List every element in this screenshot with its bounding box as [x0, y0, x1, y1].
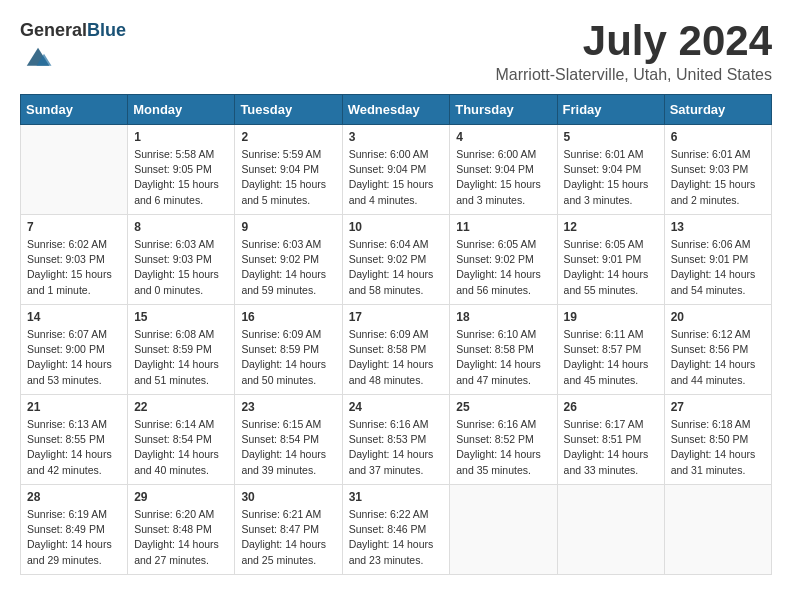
calendar-cell: 7Sunrise: 6:02 AMSunset: 9:03 PMDaylight…: [21, 215, 128, 305]
day-info: Sunrise: 5:59 AMSunset: 9:04 PMDaylight:…: [241, 147, 335, 208]
calendar-cell: 28Sunrise: 6:19 AMSunset: 8:49 PMDayligh…: [21, 485, 128, 575]
calendar-cell: 25Sunrise: 6:16 AMSunset: 8:52 PMDayligh…: [450, 395, 557, 485]
calendar-cell: 10Sunrise: 6:04 AMSunset: 9:02 PMDayligh…: [342, 215, 450, 305]
logo-general: General: [20, 20, 87, 40]
day-info: Sunrise: 6:00 AMSunset: 9:04 PMDaylight:…: [456, 147, 550, 208]
calendar-cell: 1Sunrise: 5:58 AMSunset: 9:05 PMDaylight…: [128, 125, 235, 215]
day-number: 9: [241, 220, 335, 234]
header-sunday: Sunday: [21, 95, 128, 125]
calendar-cell: 29Sunrise: 6:20 AMSunset: 8:48 PMDayligh…: [128, 485, 235, 575]
day-info: Sunrise: 6:09 AMSunset: 8:59 PMDaylight:…: [241, 327, 335, 388]
day-number: 26: [564, 400, 658, 414]
logo-blue: Blue: [87, 20, 126, 40]
title-section: July 2024 Marriott-Slaterville, Utah, Un…: [495, 20, 772, 84]
day-info: Sunrise: 6:09 AMSunset: 8:58 PMDaylight:…: [349, 327, 444, 388]
week-row-1: 7Sunrise: 6:02 AMSunset: 9:03 PMDaylight…: [21, 215, 772, 305]
calendar-cell: 30Sunrise: 6:21 AMSunset: 8:47 PMDayligh…: [235, 485, 342, 575]
day-number: 16: [241, 310, 335, 324]
day-info: Sunrise: 6:03 AMSunset: 9:02 PMDaylight:…: [241, 237, 335, 298]
day-info: Sunrise: 5:58 AMSunset: 9:05 PMDaylight:…: [134, 147, 228, 208]
logo-icon: [23, 41, 53, 71]
day-number: 30: [241, 490, 335, 504]
month-title: July 2024: [495, 20, 772, 62]
day-info: Sunrise: 6:18 AMSunset: 8:50 PMDaylight:…: [671, 417, 765, 478]
day-info: Sunrise: 6:16 AMSunset: 8:53 PMDaylight:…: [349, 417, 444, 478]
calendar-cell: [21, 125, 128, 215]
day-info: Sunrise: 6:20 AMSunset: 8:48 PMDaylight:…: [134, 507, 228, 568]
calendar-cell: [664, 485, 771, 575]
day-info: Sunrise: 6:22 AMSunset: 8:46 PMDaylight:…: [349, 507, 444, 568]
day-info: Sunrise: 6:06 AMSunset: 9:01 PMDaylight:…: [671, 237, 765, 298]
page-header: GeneralBlue July 2024 Marriott-Slatervil…: [20, 20, 772, 84]
calendar-cell: 5Sunrise: 6:01 AMSunset: 9:04 PMDaylight…: [557, 125, 664, 215]
day-number: 20: [671, 310, 765, 324]
calendar-table: SundayMondayTuesdayWednesdayThursdayFrid…: [20, 94, 772, 575]
day-info: Sunrise: 6:05 AMSunset: 9:02 PMDaylight:…: [456, 237, 550, 298]
day-info: Sunrise: 6:05 AMSunset: 9:01 PMDaylight:…: [564, 237, 658, 298]
calendar-cell: 31Sunrise: 6:22 AMSunset: 8:46 PMDayligh…: [342, 485, 450, 575]
day-number: 21: [27, 400, 121, 414]
calendar-cell: 17Sunrise: 6:09 AMSunset: 8:58 PMDayligh…: [342, 305, 450, 395]
calendar-cell: 8Sunrise: 6:03 AMSunset: 9:03 PMDaylight…: [128, 215, 235, 305]
calendar-cell: 6Sunrise: 6:01 AMSunset: 9:03 PMDaylight…: [664, 125, 771, 215]
day-number: 10: [349, 220, 444, 234]
header-tuesday: Tuesday: [235, 95, 342, 125]
day-number: 7: [27, 220, 121, 234]
day-number: 14: [27, 310, 121, 324]
calendar-cell: 9Sunrise: 6:03 AMSunset: 9:02 PMDaylight…: [235, 215, 342, 305]
calendar-cell: 14Sunrise: 6:07 AMSunset: 9:00 PMDayligh…: [21, 305, 128, 395]
calendar-cell: 3Sunrise: 6:00 AMSunset: 9:04 PMDaylight…: [342, 125, 450, 215]
day-info: Sunrise: 6:19 AMSunset: 8:49 PMDaylight:…: [27, 507, 121, 568]
header-monday: Monday: [128, 95, 235, 125]
calendar-cell: 27Sunrise: 6:18 AMSunset: 8:50 PMDayligh…: [664, 395, 771, 485]
day-number: 13: [671, 220, 765, 234]
day-number: 6: [671, 130, 765, 144]
day-info: Sunrise: 6:01 AMSunset: 9:04 PMDaylight:…: [564, 147, 658, 208]
calendar-cell: 20Sunrise: 6:12 AMSunset: 8:56 PMDayligh…: [664, 305, 771, 395]
day-number: 18: [456, 310, 550, 324]
day-number: 11: [456, 220, 550, 234]
day-info: Sunrise: 6:08 AMSunset: 8:59 PMDaylight:…: [134, 327, 228, 388]
day-info: Sunrise: 6:10 AMSunset: 8:58 PMDaylight:…: [456, 327, 550, 388]
day-number: 2: [241, 130, 335, 144]
week-row-4: 28Sunrise: 6:19 AMSunset: 8:49 PMDayligh…: [21, 485, 772, 575]
day-info: Sunrise: 6:17 AMSunset: 8:51 PMDaylight:…: [564, 417, 658, 478]
day-number: 25: [456, 400, 550, 414]
header-friday: Friday: [557, 95, 664, 125]
calendar-cell: 18Sunrise: 6:10 AMSunset: 8:58 PMDayligh…: [450, 305, 557, 395]
day-number: 15: [134, 310, 228, 324]
day-info: Sunrise: 6:14 AMSunset: 8:54 PMDaylight:…: [134, 417, 228, 478]
day-number: 5: [564, 130, 658, 144]
day-info: Sunrise: 6:07 AMSunset: 9:00 PMDaylight:…: [27, 327, 121, 388]
day-info: Sunrise: 6:02 AMSunset: 9:03 PMDaylight:…: [27, 237, 121, 298]
day-number: 24: [349, 400, 444, 414]
day-info: Sunrise: 6:13 AMSunset: 8:55 PMDaylight:…: [27, 417, 121, 478]
day-info: Sunrise: 6:04 AMSunset: 9:02 PMDaylight:…: [349, 237, 444, 298]
calendar-cell: [557, 485, 664, 575]
calendar-cell: 16Sunrise: 6:09 AMSunset: 8:59 PMDayligh…: [235, 305, 342, 395]
calendar-cell: 13Sunrise: 6:06 AMSunset: 9:01 PMDayligh…: [664, 215, 771, 305]
week-row-2: 14Sunrise: 6:07 AMSunset: 9:00 PMDayligh…: [21, 305, 772, 395]
calendar-cell: 4Sunrise: 6:00 AMSunset: 9:04 PMDaylight…: [450, 125, 557, 215]
calendar-cell: [450, 485, 557, 575]
header-saturday: Saturday: [664, 95, 771, 125]
day-info: Sunrise: 6:16 AMSunset: 8:52 PMDaylight:…: [456, 417, 550, 478]
header-wednesday: Wednesday: [342, 95, 450, 125]
week-row-0: 1Sunrise: 5:58 AMSunset: 9:05 PMDaylight…: [21, 125, 772, 215]
calendar-cell: 22Sunrise: 6:14 AMSunset: 8:54 PMDayligh…: [128, 395, 235, 485]
day-info: Sunrise: 6:15 AMSunset: 8:54 PMDaylight:…: [241, 417, 335, 478]
day-info: Sunrise: 6:01 AMSunset: 9:03 PMDaylight:…: [671, 147, 765, 208]
calendar-cell: 15Sunrise: 6:08 AMSunset: 8:59 PMDayligh…: [128, 305, 235, 395]
day-number: 4: [456, 130, 550, 144]
header-thursday: Thursday: [450, 95, 557, 125]
location-title: Marriott-Slaterville, Utah, United State…: [495, 66, 772, 84]
day-info: Sunrise: 6:03 AMSunset: 9:03 PMDaylight:…: [134, 237, 228, 298]
calendar-cell: 23Sunrise: 6:15 AMSunset: 8:54 PMDayligh…: [235, 395, 342, 485]
day-number: 3: [349, 130, 444, 144]
calendar-cell: 2Sunrise: 5:59 AMSunset: 9:04 PMDaylight…: [235, 125, 342, 215]
day-number: 27: [671, 400, 765, 414]
day-number: 17: [349, 310, 444, 324]
day-number: 8: [134, 220, 228, 234]
day-info: Sunrise: 6:21 AMSunset: 8:47 PMDaylight:…: [241, 507, 335, 568]
day-number: 28: [27, 490, 121, 504]
